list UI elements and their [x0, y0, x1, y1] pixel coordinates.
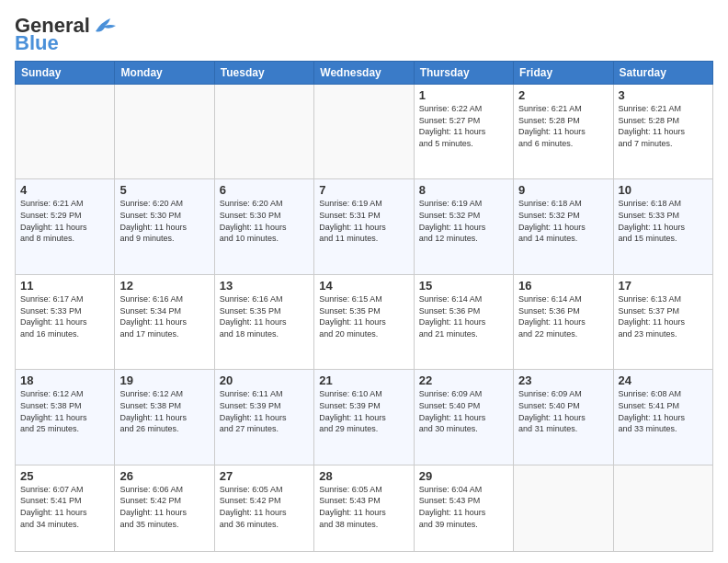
calendar-cell: 4Sunrise: 6:21 AMSunset: 5:29 PMDaylight… [16, 179, 115, 274]
day-number: 21 [319, 373, 408, 387]
day-of-week-header: Saturday [613, 62, 712, 85]
day-of-week-header: Monday [115, 62, 214, 85]
logo-bird-icon [92, 15, 118, 37]
logo: General Blue [15, 15, 118, 53]
calendar-cell: 17Sunrise: 6:13 AMSunset: 5:37 PMDayligh… [613, 274, 712, 369]
calendar-cell: 25Sunrise: 6:07 AMSunset: 5:41 PMDayligh… [16, 465, 115, 551]
day-info: Sunrise: 6:17 AMSunset: 5:33 PMDaylight:… [20, 293, 109, 339]
day-info: Sunrise: 6:21 AMSunset: 5:28 PMDaylight:… [619, 103, 708, 149]
day-number: 14 [319, 279, 408, 293]
calendar-cell: 18Sunrise: 6:12 AMSunset: 5:38 PMDayligh… [16, 370, 115, 465]
day-info: Sunrise: 6:11 AMSunset: 5:39 PMDaylight:… [220, 388, 309, 434]
day-info: Sunrise: 6:16 AMSunset: 5:34 PMDaylight:… [119, 293, 209, 339]
day-info: Sunrise: 6:12 AMSunset: 5:38 PMDaylight:… [119, 388, 209, 434]
day-number: 1 [419, 88, 508, 102]
calendar-cell [613, 465, 712, 551]
calendar-cell: 28Sunrise: 6:05 AMSunset: 5:43 PMDayligh… [314, 465, 414, 551]
calendar-cell: 15Sunrise: 6:14 AMSunset: 5:36 PMDayligh… [414, 274, 513, 369]
day-info: Sunrise: 6:21 AMSunset: 5:29 PMDaylight:… [20, 198, 109, 244]
calendar-cell: 6Sunrise: 6:20 AMSunset: 5:30 PMDaylight… [214, 179, 313, 274]
logo-blue: Blue [15, 33, 59, 53]
header: General Blue [15, 11, 713, 53]
calendar-cell [214, 85, 313, 179]
day-number: 27 [220, 469, 309, 483]
day-number: 8 [419, 183, 508, 197]
calendar-cell: 3Sunrise: 6:21 AMSunset: 5:28 PMDaylight… [613, 85, 712, 179]
calendar-cell [314, 85, 414, 179]
day-number: 19 [119, 373, 209, 387]
calendar-cell: 23Sunrise: 6:09 AMSunset: 5:40 PMDayligh… [514, 370, 613, 465]
calendar-cell: 14Sunrise: 6:15 AMSunset: 5:35 PMDayligh… [314, 274, 414, 369]
calendar-cell [514, 465, 613, 551]
day-of-week-header: Thursday [414, 62, 513, 85]
day-number: 28 [319, 469, 408, 483]
calendar-cell: 21Sunrise: 6:10 AMSunset: 5:39 PMDayligh… [314, 370, 414, 465]
calendar-cell: 29Sunrise: 6:04 AMSunset: 5:43 PMDayligh… [414, 465, 513, 551]
calendar-cell: 13Sunrise: 6:16 AMSunset: 5:35 PMDayligh… [214, 274, 313, 369]
calendar-cell: 5Sunrise: 6:20 AMSunset: 5:30 PMDaylight… [115, 179, 214, 274]
day-number: 5 [119, 183, 209, 197]
calendar-cell: 27Sunrise: 6:05 AMSunset: 5:42 PMDayligh… [214, 465, 313, 551]
calendar-table: SundayMondayTuesdayWednesdayThursdayFrid… [15, 61, 713, 552]
day-number: 2 [518, 88, 608, 102]
day-info: Sunrise: 6:19 AMSunset: 5:32 PMDaylight:… [419, 198, 508, 244]
day-number: 6 [220, 183, 309, 197]
day-number: 18 [20, 373, 109, 387]
day-number: 7 [319, 183, 408, 197]
calendar-cell: 19Sunrise: 6:12 AMSunset: 5:38 PMDayligh… [115, 370, 214, 465]
day-number: 10 [619, 183, 708, 197]
day-number: 22 [419, 373, 508, 387]
day-number: 3 [619, 88, 708, 102]
day-info: Sunrise: 6:08 AMSunset: 5:41 PMDaylight:… [619, 388, 708, 434]
calendar-cell: 16Sunrise: 6:14 AMSunset: 5:36 PMDayligh… [514, 274, 613, 369]
calendar-cell: 20Sunrise: 6:11 AMSunset: 5:39 PMDayligh… [214, 370, 313, 465]
day-number: 26 [119, 469, 209, 483]
day-info: Sunrise: 6:20 AMSunset: 5:30 PMDaylight:… [220, 198, 309, 244]
calendar-cell: 24Sunrise: 6:08 AMSunset: 5:41 PMDayligh… [613, 370, 712, 465]
day-of-week-header: Friday [514, 62, 613, 85]
day-info: Sunrise: 6:14 AMSunset: 5:36 PMDaylight:… [419, 293, 508, 339]
calendar-cell: 26Sunrise: 6:06 AMSunset: 5:42 PMDayligh… [115, 465, 214, 551]
day-info: Sunrise: 6:05 AMSunset: 5:42 PMDaylight:… [220, 484, 309, 530]
day-number: 9 [518, 183, 608, 197]
day-info: Sunrise: 6:05 AMSunset: 5:43 PMDaylight:… [319, 484, 408, 530]
calendar-cell [16, 85, 115, 179]
day-number: 17 [619, 279, 708, 293]
calendar-cell: 10Sunrise: 6:18 AMSunset: 5:33 PMDayligh… [613, 179, 712, 274]
day-info: Sunrise: 6:13 AMSunset: 5:37 PMDaylight:… [619, 293, 708, 339]
day-info: Sunrise: 6:10 AMSunset: 5:39 PMDaylight:… [319, 388, 408, 434]
day-number: 25 [20, 469, 109, 483]
day-info: Sunrise: 6:21 AMSunset: 5:28 PMDaylight:… [518, 103, 608, 149]
day-number: 11 [20, 279, 109, 293]
day-of-week-header: Wednesday [314, 62, 414, 85]
day-info: Sunrise: 6:14 AMSunset: 5:36 PMDaylight:… [518, 293, 608, 339]
calendar-cell: 22Sunrise: 6:09 AMSunset: 5:40 PMDayligh… [414, 370, 513, 465]
calendar-cell: 1Sunrise: 6:22 AMSunset: 5:27 PMDaylight… [414, 85, 513, 179]
day-info: Sunrise: 6:09 AMSunset: 5:40 PMDaylight:… [419, 388, 508, 434]
calendar-cell: 8Sunrise: 6:19 AMSunset: 5:32 PMDaylight… [414, 179, 513, 274]
day-info: Sunrise: 6:15 AMSunset: 5:35 PMDaylight:… [319, 293, 408, 339]
day-info: Sunrise: 6:19 AMSunset: 5:31 PMDaylight:… [319, 198, 408, 244]
page: General Blue SundayMondayTuesdayWednesda… [0, 0, 728, 563]
day-number: 13 [220, 279, 309, 293]
day-info: Sunrise: 6:16 AMSunset: 5:35 PMDaylight:… [220, 293, 309, 339]
day-info: Sunrise: 6:22 AMSunset: 5:27 PMDaylight:… [419, 103, 508, 149]
calendar-cell: 9Sunrise: 6:18 AMSunset: 5:32 PMDaylight… [514, 179, 613, 274]
day-number: 12 [119, 279, 209, 293]
day-of-week-header: Sunday [16, 62, 115, 85]
calendar-cell: 11Sunrise: 6:17 AMSunset: 5:33 PMDayligh… [16, 274, 115, 369]
day-info: Sunrise: 6:18 AMSunset: 5:33 PMDaylight:… [619, 198, 708, 244]
day-of-week-header: Tuesday [214, 62, 313, 85]
day-info: Sunrise: 6:12 AMSunset: 5:38 PMDaylight:… [20, 388, 109, 434]
day-number: 15 [419, 279, 508, 293]
day-number: 23 [518, 373, 608, 387]
day-number: 24 [619, 373, 708, 387]
day-info: Sunrise: 6:04 AMSunset: 5:43 PMDaylight:… [419, 484, 508, 530]
calendar-cell: 7Sunrise: 6:19 AMSunset: 5:31 PMDaylight… [314, 179, 414, 274]
day-number: 16 [518, 279, 608, 293]
day-number: 29 [419, 469, 508, 483]
day-info: Sunrise: 6:20 AMSunset: 5:30 PMDaylight:… [119, 198, 209, 244]
day-info: Sunrise: 6:09 AMSunset: 5:40 PMDaylight:… [518, 388, 608, 434]
day-number: 4 [20, 183, 109, 197]
calendar-cell: 2Sunrise: 6:21 AMSunset: 5:28 PMDaylight… [514, 85, 613, 179]
